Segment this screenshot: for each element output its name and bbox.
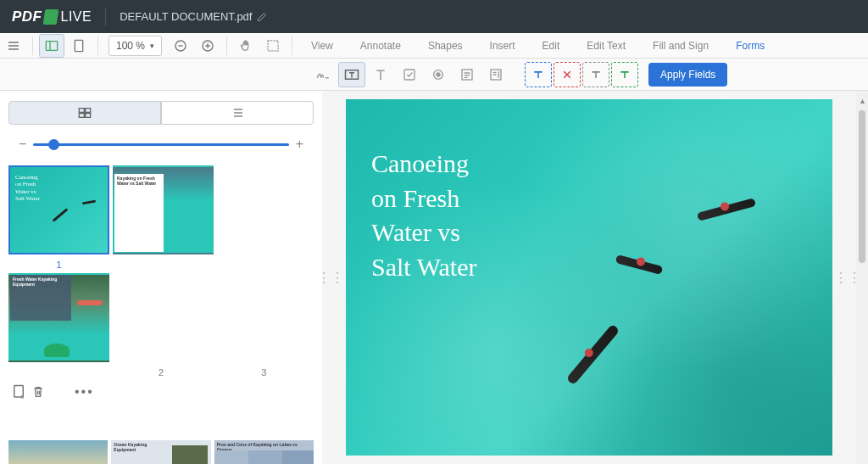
single-page-icon[interactable]: [66, 34, 92, 58]
scroll-up-icon[interactable]: ▴: [860, 96, 865, 105]
text-tool-icon[interactable]: [367, 62, 394, 87]
page-thumb-5[interactable]: Ocean Kayaking Equipment: [111, 440, 210, 464]
filename-label: DEFAULT DOCUMENT.pdf: [120, 10, 252, 23]
logo-icon: [42, 9, 58, 25]
thumbnail-size-slider[interactable]: − +: [8, 137, 314, 165]
content-area: − + Canoeing on Fresh Water vs Salt Wate…: [0, 91, 868, 464]
sidebar-toggle-icon[interactable]: [39, 34, 64, 58]
plus-icon: +: [296, 137, 303, 152]
page-thumb-4[interactable]: [8, 440, 108, 464]
thumb5-heading: Ocean Kayaking Equipment: [114, 442, 147, 452]
page-actions: •••: [8, 377, 314, 406]
svg-rect-4: [268, 41, 278, 51]
radio-tool-icon[interactable]: [425, 62, 452, 87]
svg-rect-0: [46, 41, 57, 50]
delete-page-icon[interactable]: [32, 385, 44, 399]
main-toolbar: 100 % ▾ View Annotate Shapes Insert Edit…: [0, 33, 868, 59]
svg-rect-12: [86, 109, 91, 113]
logo-text-pdf: PDF: [12, 8, 42, 25]
page-thumb-2[interactable]: Kayaking on Fresh Water vs Salt Water: [113, 165, 214, 270]
divider: [32, 36, 33, 55]
svg-rect-6: [404, 70, 415, 80]
thumb3-heading: Fresh Water Kayaking Equipment: [13, 277, 57, 287]
signature-tool-icon[interactable]: [309, 62, 337, 87]
scroll-thumb[interactable]: [859, 110, 865, 263]
filename[interactable]: DEFAULT DOCUMENT.pdf: [120, 10, 267, 23]
highlight-text-blue-icon[interactable]: [525, 62, 552, 87]
highlight-gray-icon[interactable]: [582, 62, 609, 87]
thumb-number: 1: [56, 260, 61, 270]
outline-tab[interactable]: [161, 101, 314, 125]
thumbnail-sidebar: − + Canoeing on Fresh Water vs Salt Wate…: [0, 91, 322, 464]
thumbnail-row-2: Ocean Kayaking Equipment Pros and Cons o…: [8, 440, 314, 464]
page-canvas[interactable]: Canoeing on Fresh Water vs Salt Water: [346, 99, 832, 456]
thumb2-heading: Kayaking on Fresh Water vs Salt Water: [117, 176, 156, 186]
menu-edit-text[interactable]: Edit Text: [573, 33, 639, 59]
menu-shapes[interactable]: Shapes: [415, 33, 476, 59]
logo-text-live: LIVE: [61, 9, 92, 25]
menu-view[interactable]: View: [298, 33, 347, 59]
divider: [292, 36, 292, 55]
svg-rect-11: [79, 109, 84, 113]
listbox-tool-icon[interactable]: [453, 62, 481, 87]
zoom-in-icon[interactable]: [195, 34, 220, 58]
text-field-tool-icon[interactable]: [338, 62, 365, 87]
more-actions-icon[interactable]: •••: [75, 384, 94, 400]
menu-insert[interactable]: Insert: [476, 33, 529, 59]
slider-track[interactable]: [33, 143, 288, 146]
pencil-icon[interactable]: [257, 12, 267, 22]
zoom-select[interactable]: 100 % ▾: [108, 36, 162, 56]
page-thumb-6[interactable]: Pros and Cons of Kayaking on Lakes vs Oc…: [214, 440, 314, 464]
checkbox-tool-icon[interactable]: [396, 62, 423, 87]
divider: [226, 36, 227, 55]
zoom-value: 100 %: [116, 40, 145, 52]
zoom-out-icon[interactable]: [168, 34, 193, 58]
svg-rect-13: [79, 114, 84, 118]
gutter-right[interactable]: ⋮⋮: [839, 91, 856, 464]
thumb-title: Canoeing on Fresh Water vs Salt Water: [15, 174, 40, 203]
gutter-left[interactable]: ⋮⋮: [322, 91, 339, 464]
menu-annotate[interactable]: Annotate: [347, 33, 415, 59]
app-header: PDF LIVE DEFAULT DOCUMENT.pdf: [0, 0, 868, 33]
divider: [105, 8, 106, 26]
thumb-number: 2: [111, 367, 210, 377]
svg-rect-14: [86, 114, 91, 118]
thumbnail-row-1: Canoeing on Fresh Water vs Salt Water 1 …: [8, 165, 314, 362]
vertical-scrollbar[interactable]: ▴: [856, 91, 868, 464]
thumbnails-tab[interactable]: [8, 101, 161, 125]
hand-tool-icon[interactable]: [233, 34, 259, 58]
divider: [97, 36, 98, 55]
highlight-cross-red-icon[interactable]: [554, 62, 581, 87]
forms-toolbar: Apply Fields: [0, 59, 868, 91]
menu-fill-sign[interactable]: Fill and Sign: [639, 33, 722, 59]
minus-icon: −: [19, 137, 26, 152]
highlight-green-icon[interactable]: [611, 62, 638, 87]
menu-edit[interactable]: Edit: [529, 33, 574, 59]
svg-point-8: [437, 73, 440, 76]
svg-rect-15: [14, 386, 24, 398]
document-view: ⋮⋮ Canoeing on Fresh Water vs Salt Water…: [322, 91, 868, 464]
page-thumb-3[interactable]: Fresh Water Kayaking Equipment: [8, 273, 109, 362]
page-thumb-1[interactable]: Canoeing on Fresh Water vs Salt Water 1: [8, 165, 109, 270]
select-area-icon[interactable]: [260, 34, 286, 58]
new-page-icon[interactable]: [12, 384, 25, 400]
hamburger-icon[interactable]: [1, 34, 26, 58]
app-logo: PDF LIVE: [12, 8, 92, 25]
apply-fields-button[interactable]: Apply Fields: [648, 63, 727, 87]
menu-forms[interactable]: Forms: [722, 33, 778, 59]
sidebar-tabs: [8, 101, 314, 125]
svg-rect-1: [75, 40, 82, 51]
thumb-number: 3: [214, 367, 314, 377]
dropdown-tool-icon[interactable]: [482, 62, 509, 87]
